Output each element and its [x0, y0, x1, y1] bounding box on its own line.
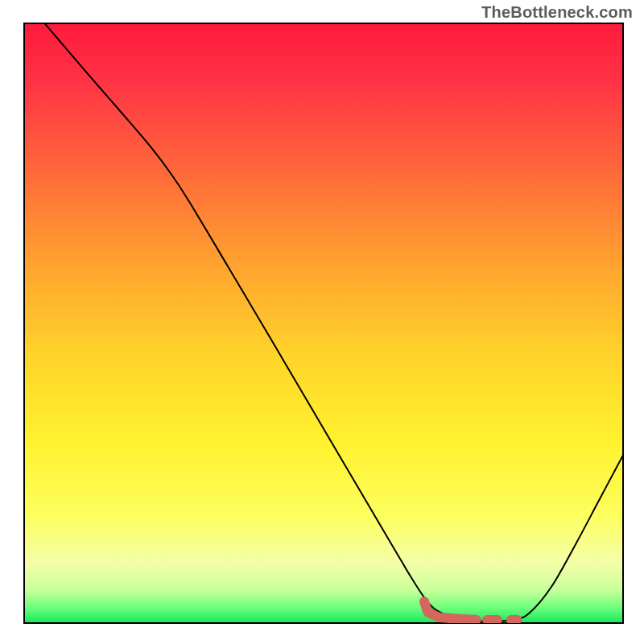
plot-background [24, 23, 623, 623]
chart-stage: TheBottleneck.com [0, 0, 644, 644]
chart-canvas [0, 0, 644, 644]
